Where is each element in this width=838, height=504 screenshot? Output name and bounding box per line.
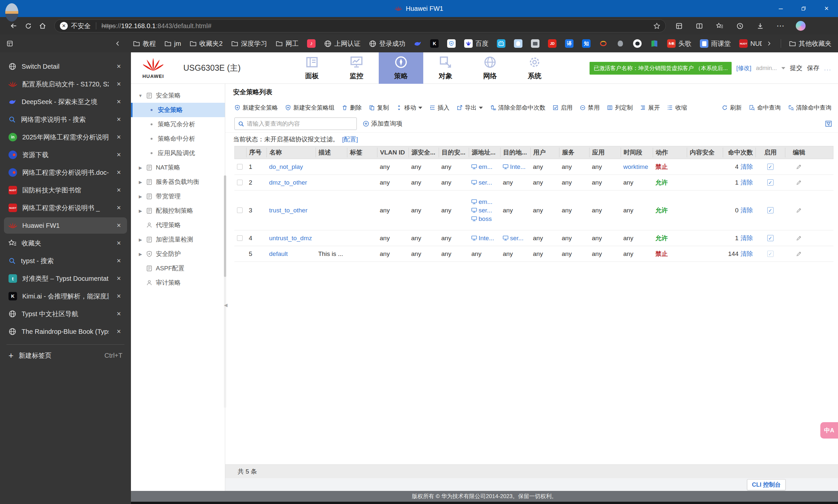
bookmark-folder[interactable]: 教程: [130, 37, 159, 50]
clear-hits-link[interactable]: 清除: [741, 163, 753, 171]
bookmark-shield[interactable]: [444, 37, 459, 50]
row-checkbox[interactable]: [237, 235, 243, 241]
nav-policy[interactable]: 策略: [379, 52, 423, 84]
edit-pencil-icon[interactable]: [796, 179, 802, 185]
disable-button[interactable]: 禁用: [580, 104, 600, 112]
tree-security-protection[interactable]: ▶安全防护: [131, 247, 225, 261]
tab-kimi[interactable]: KKimi.ai - 会推理解析，能深度思考的×: [4, 288, 127, 304]
address-link[interactable]: boss: [479, 215, 492, 222]
address-link[interactable]: ser...: [510, 235, 523, 242]
tree-encrypted-traffic[interactable]: ▶加密流量检测: [131, 232, 225, 247]
tab-typst-community[interactable]: Typst 中文社区导航×: [4, 306, 127, 322]
clear-hits-link[interactable]: 清除: [741, 234, 753, 242]
row-checkbox[interactable]: [237, 208, 243, 213]
bookmark-baidu[interactable]: 百度: [461, 37, 492, 50]
nav-system[interactable]: 系统: [512, 52, 557, 84]
add-query-button[interactable]: 添加查询项: [363, 120, 402, 128]
close-button[interactable]: ×: [815, 0, 838, 17]
minimize-button[interactable]: –: [769, 0, 792, 17]
hit-query-button[interactable]: 命中查询: [749, 104, 781, 112]
bookmark-bunny[interactable]: [511, 37, 526, 50]
nav-network[interactable]: 网络: [468, 52, 512, 84]
tab-itad-doc[interactable]: 网络工程需求分析说明书.doc-ITAD×: [4, 164, 127, 181]
row-checkbox[interactable]: [237, 180, 243, 185]
header-more-icon[interactable]: ...: [824, 65, 832, 72]
close-tab-icon[interactable]: ×: [114, 221, 124, 230]
enable-checkbox[interactable]: ✓: [767, 235, 773, 241]
close-tab-icon[interactable]: ×: [114, 80, 124, 88]
restore-button[interactable]: [792, 0, 815, 17]
copy-button[interactable]: 复制: [369, 104, 389, 112]
close-tab-icon[interactable]: ×: [114, 150, 124, 159]
enable-checkbox[interactable]: ✓: [767, 164, 773, 170]
tree-redundancy-analysis[interactable]: 策略冗余分析: [131, 117, 225, 131]
policy-name-link[interactable]: untrust_to_dmz: [269, 235, 312, 242]
bookmark-nudtlib[interactable]: NUDTNUDTLib: [736, 37, 762, 50]
address-link[interactable]: Inte...: [510, 163, 526, 170]
bookmark-github[interactable]: [630, 37, 645, 50]
close-tab-icon[interactable]: ×: [114, 292, 124, 301]
close-tab-icon[interactable]: ×: [114, 327, 124, 336]
tree-quota-control[interactable]: ▶配额控制策略: [131, 203, 225, 218]
bookmark-music[interactable]: ♪: [304, 37, 319, 50]
delete-button[interactable]: 删除: [342, 104, 362, 112]
tab-huawei-doc[interactable]: 配置系统启动文件 - S1720, S2700,×: [4, 76, 127, 92]
edit-pencil-icon[interactable]: [796, 251, 802, 257]
nav-object[interactable]: 对象: [423, 52, 468, 84]
policy-name-link[interactable]: trust_to_other: [269, 207, 307, 214]
tab-favorites[interactable]: 收藏夹×: [4, 235, 127, 251]
modify-link[interactable]: [修改]: [736, 64, 751, 72]
chevron-down-icon[interactable]: [781, 67, 785, 69]
close-tab-icon[interactable]: ×: [114, 62, 124, 71]
close-tab-icon[interactable]: ×: [114, 115, 124, 124]
address-bar[interactable]: ✕ 不安全 https://192.168.0.1:8443/default.h…: [54, 19, 666, 32]
nav-dashboard[interactable]: 面板: [290, 52, 334, 84]
not-secure-label[interactable]: 不安全: [71, 22, 91, 31]
bookmark-jd[interactable]: JD: [545, 37, 560, 50]
policy-name-link[interactable]: default: [269, 250, 288, 257]
address-link[interactable]: em...: [479, 198, 492, 205]
nav-monitor[interactable]: 监控: [334, 52, 379, 84]
tree-audit-policy[interactable]: 审计策略: [131, 275, 225, 290]
bookmark-deepseek[interactable]: [410, 38, 425, 50]
new-policy-button[interactable]: 新建安全策略: [234, 104, 278, 112]
tree-proxy-policy[interactable]: 代理策略: [131, 218, 225, 232]
export-button[interactable]: 导出: [457, 104, 483, 112]
tree-nat-policy[interactable]: ▶NAT策略: [131, 160, 225, 175]
bookmark-robot[interactable]: [528, 37, 543, 50]
copilot-icon[interactable]: [792, 19, 809, 33]
close-tab-icon[interactable]: ×: [114, 97, 124, 106]
edit-pencil-icon[interactable]: [796, 235, 802, 241]
configure-link[interactable]: [配置]: [342, 135, 358, 144]
edit-pencil-icon[interactable]: [796, 164, 802, 170]
policy-name-link[interactable]: dmz_to_other: [269, 179, 307, 186]
bookmark-folder[interactable]: 收藏夹2: [186, 37, 226, 50]
time-range-link[interactable]: worktime: [623, 163, 648, 170]
bookmark-yuketang[interactable]: 雨课堂: [697, 37, 734, 50]
not-secure-icon[interactable]: ✕: [60, 22, 68, 30]
more-menu-icon[interactable]: ⋯: [772, 19, 789, 33]
tab-actions-icon[interactable]: [3, 37, 16, 50]
close-tab-icon[interactable]: ×: [114, 133, 124, 141]
tree-app-risk-tuning[interactable]: 应用风险调优: [131, 146, 225, 160]
clear-hits-link[interactable]: 清除: [741, 206, 753, 215]
search-box[interactable]: [234, 118, 357, 130]
bookmark-portal[interactable]: 上网认证: [321, 37, 364, 50]
address-link[interactable]: ser...: [479, 179, 492, 186]
tab-resource-download[interactable]: 资源下载×: [4, 147, 127, 163]
address-link[interactable]: em...: [479, 163, 492, 170]
clear-all-hits-button[interactable]: 清除全部命中次数: [490, 104, 545, 112]
close-tab-icon[interactable]: ×: [114, 239, 124, 248]
tab-switch-detail[interactable]: Switch Detail×: [4, 58, 127, 75]
enable-button[interactable]: 启用: [553, 104, 572, 112]
bookmark-kimi[interactable]: K: [427, 37, 442, 50]
refresh-list-button[interactable]: 刷新: [722, 104, 742, 112]
split-screen-icon[interactable]: [691, 19, 708, 33]
tree-security-policy[interactable]: 安全策略: [131, 103, 225, 117]
insert-button[interactable]: 插入: [429, 104, 449, 112]
tab-deepseek[interactable]: DeepSeek - 探索未至之境×: [4, 94, 127, 110]
cli-console-button[interactable]: CLI 控制台: [747, 479, 786, 490]
address-link[interactable]: ser...: [479, 207, 492, 214]
tree-bandwidth-mgmt[interactable]: ▶带宽管理: [131, 189, 225, 203]
move-button[interactable]: 移动: [396, 104, 422, 112]
